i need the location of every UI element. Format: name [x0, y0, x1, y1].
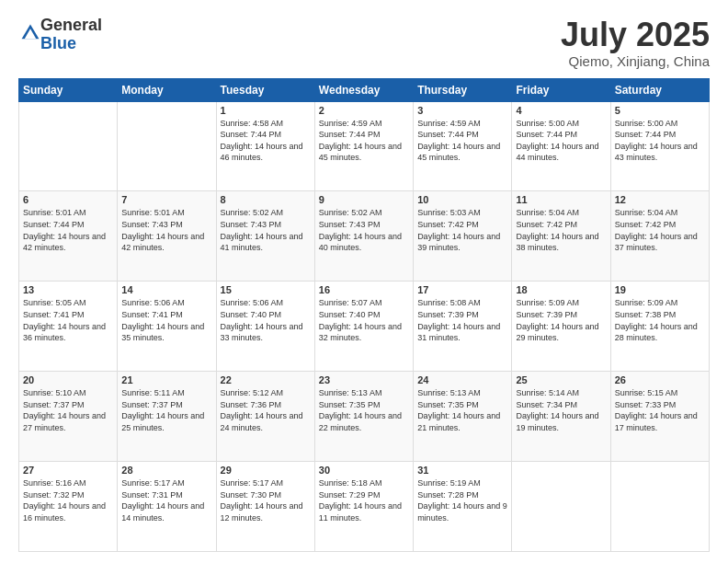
logo-icon — [20, 23, 40, 43]
day-number: 16 — [319, 284, 409, 295]
day-number: 8 — [221, 194, 311, 205]
day-number: 3 — [417, 105, 507, 116]
cell-info: Sunrise: 5:07 AM Sunset: 7:40 PM Dayligh… — [319, 297, 409, 343]
day-number: 9 — [319, 194, 409, 205]
cell-info: Sunrise: 5:00 AM Sunset: 7:44 PM Dayligh… — [615, 118, 705, 164]
calendar-cell — [610, 462, 709, 552]
calendar-header-friday: Friday — [512, 78, 610, 101]
day-number: 14 — [121, 284, 211, 295]
day-number: 25 — [516, 374, 606, 385]
cell-info: Sunrise: 5:19 AM Sunset: 7:28 PM Dayligh… — [417, 477, 507, 523]
day-number: 23 — [319, 374, 409, 385]
cell-info: Sunrise: 5:11 AM Sunset: 7:37 PM Dayligh… — [121, 387, 211, 433]
calendar-cell: 27Sunrise: 5:16 AM Sunset: 7:32 PM Dayli… — [19, 462, 118, 552]
calendar-header-saturday: Saturday — [610, 78, 709, 101]
calendar-cell: 25Sunrise: 5:14 AM Sunset: 7:34 PM Dayli… — [512, 372, 610, 462]
calendar-cell: 21Sunrise: 5:11 AM Sunset: 7:37 PM Dayli… — [118, 372, 216, 462]
day-number: 2 — [319, 105, 409, 116]
calendar-cell: 6Sunrise: 5:01 AM Sunset: 7:44 PM Daylig… — [19, 191, 118, 282]
cell-info: Sunrise: 5:00 AM Sunset: 7:44 PM Dayligh… — [516, 118, 606, 164]
calendar-cell: 24Sunrise: 5:13 AM Sunset: 7:35 PM Dayli… — [414, 372, 512, 462]
page: General Blue July 2025 Qiemo, Xinjiang, … — [0, 0, 728, 563]
cell-info: Sunrise: 5:09 AM Sunset: 7:39 PM Dayligh… — [516, 297, 606, 343]
calendar-cell: 2Sunrise: 4:59 AM Sunset: 7:44 PM Daylig… — [314, 101, 413, 191]
cell-info: Sunrise: 5:17 AM Sunset: 7:31 PM Dayligh… — [121, 477, 211, 523]
day-number: 19 — [615, 284, 705, 295]
day-number: 22 — [221, 374, 311, 385]
cell-info: Sunrise: 5:01 AM Sunset: 7:43 PM Dayligh… — [121, 207, 211, 253]
calendar-cell: 16Sunrise: 5:07 AM Sunset: 7:40 PM Dayli… — [314, 282, 413, 372]
day-number: 28 — [121, 465, 211, 476]
day-number: 17 — [417, 284, 507, 295]
cell-info: Sunrise: 5:01 AM Sunset: 7:44 PM Dayligh… — [23, 207, 113, 253]
cell-info: Sunrise: 5:12 AM Sunset: 7:36 PM Dayligh… — [221, 387, 311, 433]
calendar-cell: 1Sunrise: 4:58 AM Sunset: 7:44 PM Daylig… — [216, 101, 314, 191]
logo-general: General — [40, 16, 102, 34]
calendar-cell: 19Sunrise: 5:09 AM Sunset: 7:38 PM Dayli… — [610, 282, 709, 372]
day-number: 24 — [417, 374, 507, 385]
calendar-week-1: 1Sunrise: 4:58 AM Sunset: 7:44 PM Daylig… — [19, 101, 710, 191]
day-number: 20 — [23, 374, 113, 385]
calendar-table: SundayMondayTuesdayWednesdayThursdayFrid… — [18, 78, 710, 552]
calendar-cell: 28Sunrise: 5:17 AM Sunset: 7:31 PM Dayli… — [118, 462, 216, 552]
cell-info: Sunrise: 5:08 AM Sunset: 7:39 PM Dayligh… — [417, 297, 507, 343]
cell-info: Sunrise: 4:59 AM Sunset: 7:44 PM Dayligh… — [319, 118, 409, 164]
day-number: 18 — [516, 284, 606, 295]
day-number: 6 — [23, 194, 113, 205]
calendar-cell: 4Sunrise: 5:00 AM Sunset: 7:44 PM Daylig… — [512, 101, 610, 191]
day-number: 26 — [615, 374, 705, 385]
day-number: 12 — [615, 194, 705, 205]
cell-info: Sunrise: 5:17 AM Sunset: 7:30 PM Dayligh… — [221, 477, 311, 523]
calendar-header-wednesday: Wednesday — [314, 78, 413, 101]
header: General Blue July 2025 Qiemo, Xinjiang, … — [18, 17, 710, 69]
calendar-cell: 23Sunrise: 5:13 AM Sunset: 7:35 PM Dayli… — [314, 372, 413, 462]
cell-info: Sunrise: 5:04 AM Sunset: 7:42 PM Dayligh… — [615, 207, 705, 253]
calendar-week-3: 13Sunrise: 5:05 AM Sunset: 7:41 PM Dayli… — [19, 282, 710, 372]
cell-info: Sunrise: 5:02 AM Sunset: 7:43 PM Dayligh… — [221, 207, 311, 253]
calendar-cell: 17Sunrise: 5:08 AM Sunset: 7:39 PM Dayli… — [414, 282, 512, 372]
calendar-cell: 9Sunrise: 5:02 AM Sunset: 7:43 PM Daylig… — [314, 191, 413, 282]
calendar-cell: 10Sunrise: 5:03 AM Sunset: 7:42 PM Dayli… — [414, 191, 512, 282]
title-location: Qiemo, Xinjiang, China — [561, 53, 710, 69]
day-number: 1 — [221, 105, 311, 116]
day-number: 15 — [221, 284, 311, 295]
calendar-cell — [19, 101, 118, 191]
cell-info: Sunrise: 5:03 AM Sunset: 7:42 PM Dayligh… — [417, 207, 507, 253]
title-block: July 2025 Qiemo, Xinjiang, China — [561, 17, 710, 69]
calendar-cell: 18Sunrise: 5:09 AM Sunset: 7:39 PM Dayli… — [512, 282, 610, 372]
calendar-cell: 14Sunrise: 5:06 AM Sunset: 7:41 PM Dayli… — [118, 282, 216, 372]
cell-info: Sunrise: 5:13 AM Sunset: 7:35 PM Dayligh… — [417, 387, 507, 433]
calendar-header-sunday: Sunday — [19, 78, 118, 101]
cell-info: Sunrise: 5:02 AM Sunset: 7:43 PM Dayligh… — [319, 207, 409, 253]
calendar-week-2: 6Sunrise: 5:01 AM Sunset: 7:44 PM Daylig… — [19, 191, 710, 282]
calendar-header-row: SundayMondayTuesdayWednesdayThursdayFrid… — [19, 78, 710, 101]
calendar-cell: 20Sunrise: 5:10 AM Sunset: 7:37 PM Dayli… — [19, 372, 118, 462]
cell-info: Sunrise: 5:09 AM Sunset: 7:38 PM Dayligh… — [615, 297, 705, 343]
day-number: 11 — [516, 194, 606, 205]
cell-info: Sunrise: 5:16 AM Sunset: 7:32 PM Dayligh… — [23, 477, 113, 523]
day-number: 29 — [221, 465, 311, 476]
calendar-cell: 12Sunrise: 5:04 AM Sunset: 7:42 PM Dayli… — [610, 191, 709, 282]
calendar-cell: 29Sunrise: 5:17 AM Sunset: 7:30 PM Dayli… — [216, 462, 314, 552]
calendar-week-4: 20Sunrise: 5:10 AM Sunset: 7:37 PM Dayli… — [19, 372, 710, 462]
calendar-cell: 11Sunrise: 5:04 AM Sunset: 7:42 PM Dayli… — [512, 191, 610, 282]
cell-info: Sunrise: 5:06 AM Sunset: 7:40 PM Dayligh… — [221, 297, 311, 343]
calendar-header-monday: Monday — [118, 78, 216, 101]
calendar-cell: 15Sunrise: 5:06 AM Sunset: 7:40 PM Dayli… — [216, 282, 314, 372]
day-number: 5 — [615, 105, 705, 116]
title-month: July 2025 — [561, 17, 710, 53]
calendar-cell: 31Sunrise: 5:19 AM Sunset: 7:28 PM Dayli… — [414, 462, 512, 552]
day-number: 13 — [23, 284, 113, 295]
logo: General Blue — [18, 17, 102, 53]
day-number: 30 — [319, 465, 409, 476]
cell-info: Sunrise: 5:05 AM Sunset: 7:41 PM Dayligh… — [23, 297, 113, 343]
day-number: 10 — [417, 194, 507, 205]
calendar-cell — [118, 101, 216, 191]
logo-text: General Blue — [40, 17, 102, 53]
cell-info: Sunrise: 5:13 AM Sunset: 7:35 PM Dayligh… — [319, 387, 409, 433]
cell-info: Sunrise: 5:10 AM Sunset: 7:37 PM Dayligh… — [23, 387, 113, 433]
cell-info: Sunrise: 5:06 AM Sunset: 7:41 PM Dayligh… — [121, 297, 211, 343]
day-number: 4 — [516, 105, 606, 116]
day-number: 31 — [417, 465, 507, 476]
cell-info: Sunrise: 5:18 AM Sunset: 7:29 PM Dayligh… — [319, 477, 409, 523]
